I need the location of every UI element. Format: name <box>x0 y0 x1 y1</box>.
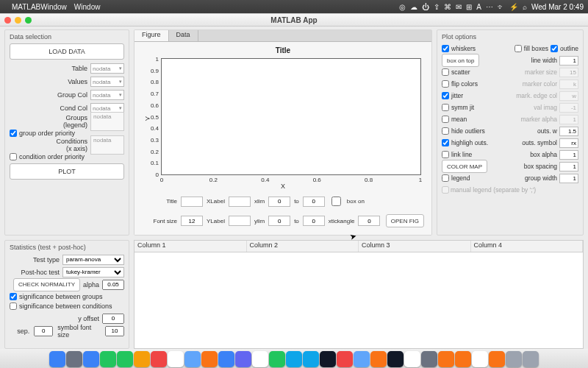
input-xtickangle[interactable] <box>358 216 380 226</box>
results-table[interactable]: Column 1 Column 2 Column 3 Column 4 <box>134 240 584 349</box>
dock-app-icon[interactable] <box>252 351 268 367</box>
po-checkbox[interactable] <box>442 92 449 99</box>
listbox-groups[interactable]: nodata <box>90 112 124 131</box>
menubar-clock[interactable]: Wed Mar 2 0:49 <box>531 3 584 11</box>
menubar-status-icon[interactable]: ⚡ <box>509 3 518 11</box>
dock-app-icon[interactable] <box>218 351 234 367</box>
menubar-status-icon[interactable]: ⋯ <box>486 3 493 11</box>
menubar-status-icon[interactable]: ☁ <box>410 3 417 11</box>
po-checkbox[interactable] <box>442 116 449 123</box>
dock-app-icon[interactable] <box>303 351 319 367</box>
po-checkbox[interactable] <box>551 45 558 52</box>
menu-app[interactable]: MATLABWindow <box>12 3 67 11</box>
dock-app-icon[interactable] <box>472 351 488 367</box>
input-ylim-hi[interactable] <box>303 216 325 226</box>
dock-app-icon[interactable] <box>83 351 99 367</box>
po-input[interactable] <box>559 162 578 171</box>
po-button[interactable]: COLOR MAP <box>442 160 487 173</box>
dock-app-icon[interactable] <box>421 351 437 367</box>
col-3[interactable]: Column 3 <box>359 241 471 252</box>
dock-app-icon[interactable] <box>134 351 150 367</box>
dock-app-icon[interactable] <box>100 351 116 367</box>
dock-app-icon[interactable] <box>387 351 404 367</box>
listbox-conds[interactable]: nodata <box>90 135 124 155</box>
menu-window[interactable]: Window <box>74 3 101 11</box>
po-input[interactable] <box>559 138 578 148</box>
plot-button[interactable]: PLOT <box>10 163 124 180</box>
menubar-status-icon[interactable]: ⌘ <box>444 3 451 11</box>
dock-app-icon[interactable] <box>269 351 285 367</box>
po-button[interactable]: box on top <box>442 54 479 67</box>
input-sep[interactable] <box>34 326 53 336</box>
po-checkbox[interactable] <box>442 104 449 111</box>
select-values[interactable]: nodata <box>90 77 124 87</box>
input-xlim-lo[interactable] <box>268 197 290 207</box>
menubar-status-icon[interactable]: ✉ <box>456 3 462 11</box>
tab-data[interactable]: Data <box>169 30 198 41</box>
dock-app-icon[interactable] <box>286 351 302 367</box>
dock-app-icon[interactable] <box>455 351 471 367</box>
check-normality-button[interactable]: CHECK NORMALITY <box>13 278 80 291</box>
open-fig-button[interactable]: OPEN FIG <box>386 214 424 227</box>
po-input[interactable] <box>559 150 578 160</box>
tab-figure[interactable]: Figure <box>135 30 169 41</box>
dock-app-icon[interactable] <box>201 351 218 367</box>
input-alpha[interactable] <box>102 280 124 290</box>
dock-app-icon[interactable] <box>438 351 454 367</box>
menubar-status-icon[interactable]: ⌕ <box>523 3 527 11</box>
menubar-status-icon[interactable]: ◎ <box>399 3 406 11</box>
input-symfontsize[interactable] <box>105 326 124 336</box>
chk-sig-groups[interactable] <box>10 293 17 300</box>
po-checkbox[interactable] <box>442 139 449 146</box>
po-checkbox[interactable] <box>442 174 449 182</box>
dock-app-icon[interactable] <box>66 351 82 367</box>
input-ylim-lo[interactable] <box>268 216 290 226</box>
col-1[interactable]: Column 1 <box>135 241 247 252</box>
input-fontsize[interactable] <box>181 216 203 226</box>
input-xlabel[interactable] <box>229 197 251 207</box>
dock-app-icon[interactable] <box>168 351 184 367</box>
col-2[interactable]: Column 2 <box>247 241 359 252</box>
dock-app-icon[interactable] <box>117 351 133 367</box>
po-input[interactable] <box>559 56 578 66</box>
menubar-status-icon[interactable]: A <box>476 3 481 11</box>
menubar-status-icon[interactable]: ⊞ <box>466 3 472 11</box>
po-input[interactable] <box>559 127 578 136</box>
plot-axes[interactable]: 00.10.20.30.40.50.60.70.80.9100.20.40.60… <box>161 58 421 175</box>
dock-app-icon[interactable] <box>184 351 201 367</box>
dock-app-icon[interactable] <box>404 351 420 367</box>
menubar-status-icon[interactable]: ᯤ <box>498 3 505 11</box>
dock-app-icon[interactable] <box>49 351 65 367</box>
dock-app-icon[interactable] <box>523 351 539 367</box>
input-title[interactable] <box>181 197 203 207</box>
chk-box-on[interactable] <box>331 197 341 206</box>
dock-app-icon[interactable] <box>370 351 387 367</box>
dock-app-icon[interactable] <box>506 351 522 367</box>
po-checkbox[interactable] <box>442 80 449 88</box>
select-table[interactable]: nodata <box>90 63 124 74</box>
menubar-status-icon[interactable]: ⇪ <box>434 3 440 11</box>
chk-sig-conds[interactable] <box>10 302 17 310</box>
dock-app-icon[interactable] <box>337 351 353 367</box>
select-testtype[interactable]: param-anova <box>62 255 124 265</box>
load-data-button[interactable]: LOAD DATA <box>10 43 124 60</box>
po-input[interactable] <box>559 174 578 183</box>
col-4[interactable]: Column 4 <box>471 241 584 252</box>
po-checkbox[interactable] <box>442 68 449 76</box>
dock-app-icon[interactable] <box>151 351 167 367</box>
input-yoffset[interactable] <box>102 314 124 324</box>
dock-app-icon[interactable] <box>320 351 336 367</box>
chk-cond-order[interactable] <box>10 153 17 160</box>
dock-app-icon[interactable] <box>354 351 370 367</box>
select-posthoc[interactable]: tukey-kramer <box>62 267 124 277</box>
po-checkbox[interactable] <box>442 127 449 135</box>
label-yoffset: y offset <box>51 315 99 322</box>
input-xlim-hi[interactable] <box>303 197 325 207</box>
chk-group-order[interactable] <box>10 130 17 137</box>
input-ylabel[interactable] <box>229 216 251 226</box>
menubar-status-icon[interactable]: ⏻ <box>422 3 429 11</box>
select-groupcol[interactable]: nodata <box>90 90 124 100</box>
dock-app-icon[interactable] <box>489 351 505 367</box>
po-checkbox[interactable] <box>514 45 522 52</box>
dock-app-icon[interactable] <box>235 351 251 367</box>
